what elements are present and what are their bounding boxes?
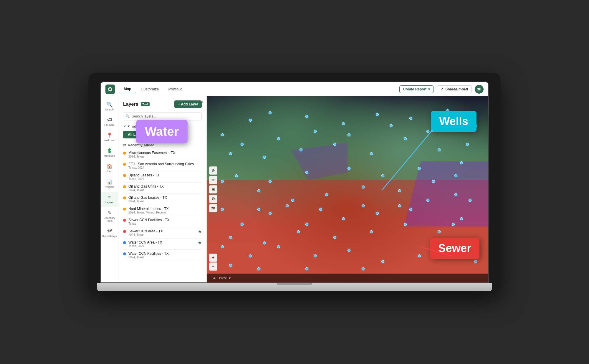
- sidebar-item-layers[interactable]: ≡ Layers: [101, 192, 118, 207]
- zoom-out-button[interactable]: −: [209, 262, 217, 271]
- sidebar-item-mortgage-label: Mortgage: [104, 154, 115, 158]
- layer-item-left-1: ETJ - San Antonio and Surrounding Cities…: [123, 162, 194, 169]
- create-report-button[interactable]: Create Report ▾: [399, 85, 434, 93]
- add-layer-button[interactable]: + Add Layer: [174, 100, 202, 108]
- tab-categories[interactable]: Categories: [149, 131, 177, 138]
- filter-public[interactable]: ✓ Public: [140, 124, 153, 128]
- layer-dot-6: [123, 219, 126, 222]
- well-dot: [438, 148, 441, 151]
- top-nav: Map Customize Portfolio Create Report ▾ …: [101, 82, 488, 96]
- layer-item-4[interactable]: Oil and Gas Leases - TX 2024, Texas: [123, 194, 202, 205]
- well-dot: [257, 189, 260, 192]
- star-icon-8[interactable]: ★: [198, 240, 202, 245]
- sidebar-icons: 🔍 Search 🏷 For Sale 📍 Sold Land 💲 Mortga…: [101, 96, 118, 282]
- sidebar-item-layers-label: Layers: [105, 201, 113, 204]
- pencil-tool-button[interactable]: ✏: [209, 176, 217, 184]
- sidebar-item-boundary-tools[interactable]: ✎ Boundary Tools: [101, 207, 118, 226]
- well-dot: [235, 174, 238, 177]
- well-dot: [466, 143, 469, 146]
- layer-item-5[interactable]: Hard Mineral Leases - TX 2024, Texas, Mi…: [123, 205, 202, 216]
- layer-item-7[interactable]: Sewer CCN Area - TX 2024, Texas ★: [123, 227, 202, 239]
- boundary-tools-icon: ✎: [107, 210, 111, 216]
- well-dot: [432, 180, 435, 183]
- sold-land-icon: 📍: [107, 133, 112, 138]
- well-dot: [362, 186, 365, 188]
- sidebar-item-for-sale-label: For Sale: [104, 123, 114, 127]
- layer-item-left-9: Water CCN Facilities - TX 2024, Texas: [123, 252, 169, 259]
- well-dot: [249, 254, 252, 257]
- layer-dot-2: [123, 174, 126, 177]
- layer-info-9: Water CCN Facilities - TX 2024, Texas: [128, 252, 169, 259]
- layer-item-2[interactable]: Upland Leases - TX Texas, 2024: [123, 171, 202, 183]
- sidebar-item-insights[interactable]: 📊 Insights: [101, 176, 118, 192]
- well-dot: [438, 230, 441, 233]
- share-embed-button[interactable]: ↗ Share/Embed: [437, 85, 472, 93]
- well-dot: [426, 130, 429, 133]
- app-window: Map Customize Portfolio Create Report ▾ …: [101, 82, 488, 282]
- well-dot: [370, 152, 373, 155]
- map-purple-overlay-1: [404, 161, 488, 226]
- map-bottom-bar: ESA Parcel ▼: [207, 274, 488, 282]
- layer-name-4: Oil and Gas Leases - TX: [128, 196, 167, 200]
- well-dot: [370, 230, 373, 233]
- tab-all-layers[interactable]: All Layers: [123, 131, 149, 138]
- sidebar-item-mortgage[interactable]: 💲 Mortgage: [101, 145, 118, 161]
- user-avatar[interactable]: SB: [475, 85, 484, 94]
- app-logo: [105, 85, 115, 94]
- sidebar-item-saved-maps[interactable]: 🗺 Saved Maps: [101, 226, 118, 241]
- layer-name-7: Sewer CCN Area - TX: [128, 229, 163, 233]
- nav-right: Create Report ▾ ↗ Share/Embed SB: [399, 85, 484, 94]
- well-dot: [263, 241, 266, 244]
- laptop-screen: Map Customize Portfolio Create Report ▾ …: [100, 82, 489, 283]
- layers-panel-title: Layers: [123, 102, 138, 107]
- tab-map[interactable]: Map: [120, 85, 135, 93]
- esri-text: ESA: [210, 277, 216, 280]
- layer-dot-4: [123, 196, 126, 199]
- star-icon-7[interactable]: ★: [198, 229, 202, 234]
- layer-name-9: Water CCN Facilities - TX: [128, 252, 169, 256]
- sidebar-item-search-label: Search: [105, 108, 114, 111]
- saved-maps-icon: 🗺: [107, 229, 112, 234]
- sidebar-item-rent[interactable]: 🏠 Rent: [101, 161, 118, 176]
- tab-customize[interactable]: Customize: [137, 85, 163, 93]
- well-dot: [305, 223, 308, 226]
- 2d-toggle-button[interactable]: 2D: [209, 204, 217, 212]
- share-icon: ↗: [441, 87, 444, 91]
- well-dot: [300, 148, 302, 151]
- layer-meta-0: 2024, Texas: [128, 155, 175, 158]
- sidebar-item-sold-land[interactable]: 📍 Sold Land: [101, 130, 118, 145]
- settings-button[interactable]: ⚙: [209, 195, 217, 203]
- layer-search-icon: 🔍: [125, 114, 130, 118]
- sidebar-item-for-sale[interactable]: 🏷 For Sale: [101, 114, 118, 130]
- layer-item-8[interactable]: Water CCN Area - TX Texas, 2024 ★: [123, 239, 202, 250]
- layer-item-0[interactable]: Miscellaneous Easement - TX 2024, Texas: [123, 149, 202, 160]
- sidebar-item-search[interactable]: 🔍 Search: [101, 99, 118, 114]
- public-check-icon: ✓: [140, 124, 143, 128]
- layer-item-9[interactable]: Water CCN Facilities - TX 2024, Texas: [123, 250, 202, 261]
- trial-badge: Trial: [141, 102, 150, 106]
- well-dot: [348, 249, 350, 252]
- layer-item-left-3: Oil and Gas Units - TX 2024, Texas: [123, 184, 164, 192]
- well-dot: [454, 174, 457, 177]
- navigation-control[interactable]: ⊕: [209, 166, 217, 175]
- layer-search-input[interactable]: [123, 112, 202, 120]
- close-panel-button[interactable]: ✕: [200, 99, 203, 105]
- layer-info-0: Miscellaneous Easement - TX 2024, Texas: [128, 151, 175, 158]
- map-satellite-view: Wells Sewer: [207, 96, 488, 282]
- main-content: 🔍 Search 🏷 For Sale 📍 Sold Land 💲 Mortga…: [101, 96, 488, 282]
- layer-info-1: ETJ - San Antonio and Surrounding Cities…: [128, 162, 194, 169]
- sidebar-item-sold-land-label: Sold Land: [103, 139, 115, 142]
- laptop-base: [97, 283, 492, 291]
- zoom-in-button[interactable]: +: [209, 254, 217, 262]
- layer-item-1[interactable]: ETJ - San Antonio and Surrounding Cities…: [123, 160, 202, 171]
- insights-icon: 📊: [107, 179, 112, 185]
- sidebar-item-rent-label: Rent: [107, 170, 112, 173]
- tab-portfolio[interactable]: Portfolio: [164, 85, 186, 93]
- parcel-label[interactable]: Parcel ▼: [219, 277, 231, 280]
- filter-private[interactable]: ✓ Private: [123, 124, 138, 128]
- layer-item-6[interactable]: Sewer CCN Facilities - TX Texas: [123, 216, 202, 227]
- map-area[interactable]: Wells Sewer: [207, 96, 488, 282]
- layers-toggle-button[interactable]: ⊞: [209, 185, 217, 193]
- well-dot: [460, 217, 463, 220]
- layer-item-3[interactable]: Oil and Gas Units - TX 2024, Texas: [123, 183, 202, 194]
